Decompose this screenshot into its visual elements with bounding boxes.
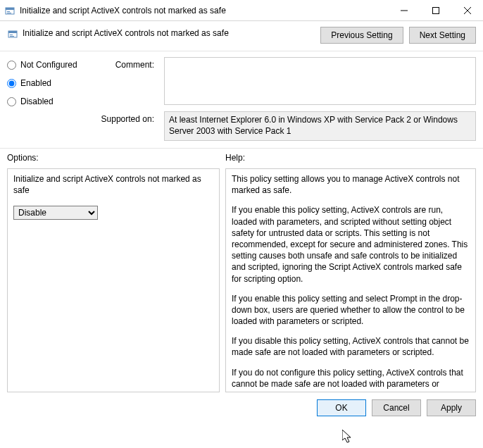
state-radio-group: Not Configured Enabled Disabled <box>7 57 88 107</box>
maximize-button[interactable] <box>420 0 451 20</box>
supported-on-label: Supported on: <box>98 111 154 141</box>
next-setting-button[interactable]: Next Setting <box>409 27 476 44</box>
radio-disabled[interactable]: Disabled <box>7 97 88 106</box>
help-pane: This policy setting allows you to manage… <box>225 168 476 392</box>
help-text: If you do not configure this policy sett… <box>232 367 470 392</box>
help-text: If you enable this policy setting and se… <box>232 293 470 328</box>
option-dropdown[interactable]: Disable <box>13 206 98 220</box>
svg-rect-2 <box>7 11 10 12</box>
close-button[interactable] <box>451 0 483 20</box>
policy-icon <box>7 28 18 39</box>
header-title: Initialize and script ActiveX controls n… <box>23 27 320 38</box>
svg-rect-5 <box>432 7 439 13</box>
radio-not-configured[interactable]: Not Configured <box>7 60 88 70</box>
comment-label: Comment: <box>98 57 154 107</box>
apply-button[interactable]: Apply <box>427 399 476 416</box>
options-label: Options: <box>7 153 225 163</box>
svg-marker-12 <box>342 430 351 442</box>
help-label: Help: <box>225 153 245 163</box>
svg-rect-10 <box>10 35 13 35</box>
titlebar: Initialize and script ActiveX controls n… <box>0 0 483 21</box>
help-text: If you enable this policy setting, Activ… <box>232 204 470 284</box>
cancel-button[interactable]: Cancel <box>372 399 421 416</box>
help-text: This policy setting allows you to manage… <box>232 173 470 196</box>
window-controls <box>388 0 483 20</box>
comment-textarea[interactable] <box>164 57 476 105</box>
options-pane: Initialize and script ActiveX controls n… <box>7 168 220 392</box>
minimize-button[interactable] <box>388 0 420 20</box>
dialog-buttons: OK Cancel Apply <box>0 397 483 422</box>
window-title: Initialize and script ActiveX controls n… <box>20 6 388 15</box>
mouse-cursor-icon <box>342 430 355 445</box>
option-title: Initialize and script ActiveX controls n… <box>13 173 213 196</box>
radio-enabled[interactable]: Enabled <box>7 78 88 88</box>
header: Initialize and script ActiveX controls n… <box>0 21 483 51</box>
policy-icon <box>4 5 15 16</box>
supported-on-text: At least Internet Explorer 6.0 in Window… <box>164 111 476 141</box>
svg-rect-3 <box>7 13 11 13</box>
svg-rect-1 <box>6 8 14 10</box>
svg-rect-11 <box>10 36 14 37</box>
ok-button[interactable]: OK <box>317 399 366 416</box>
help-text: If you disable this policy setting, Acti… <box>232 335 470 358</box>
svg-rect-9 <box>8 31 17 33</box>
previous-setting-button[interactable]: Previous Setting <box>320 27 403 44</box>
